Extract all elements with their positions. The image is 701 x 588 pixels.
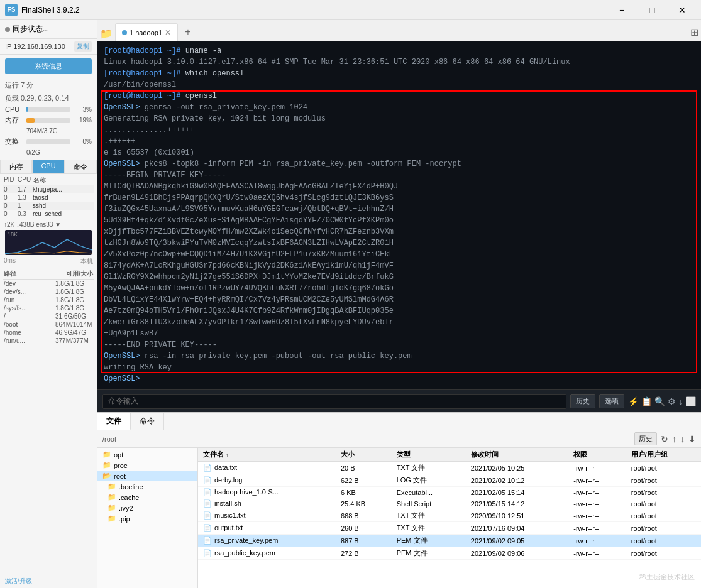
- file-name: 📄data.txt: [198, 462, 336, 474]
- tree-item-ivy2[interactable]: 📁 .ivy2: [97, 503, 197, 513]
- file-row[interactable]: 📄data.txt 20 B TXT 文件 2021/02/05 10:25 -…: [198, 462, 701, 474]
- history-btn[interactable]: 历史: [634, 432, 657, 445]
- file-modified: 2021/02/05 15:14: [466, 487, 568, 498]
- col-filename: 文件名 ↑: [198, 448, 336, 462]
- file-size: 20 B: [336, 462, 392, 474]
- file-row[interactable]: 📄output.txt 260 B TXT 文件 2021/07/16 09:0…: [198, 522, 701, 535]
- upload-icon[interactable]: ↑: [672, 434, 676, 444]
- file-row[interactable]: 📄hadoop-hive_1.0-S... 6 KB Executabl... …: [198, 487, 701, 498]
- tree-item-beeline[interactable]: 📁 .beeline: [97, 481, 197, 492]
- tab-close-button[interactable]: ✕: [165, 28, 171, 37]
- runtime-label: 运行 7 分: [0, 78, 97, 92]
- file-name: 📄derby.log: [198, 474, 336, 487]
- sysinfo-button[interactable]: 系统信息: [5, 58, 92, 74]
- file-row[interactable]: 📄rsa_private_key.pem 887 B PEM 文件 2021/0…: [198, 535, 701, 547]
- copy-button[interactable]: 复制: [74, 41, 92, 52]
- maximize-button[interactable]: □: [638, 1, 666, 19]
- term-line: OpenSSL> genrsa -out rsa_private_key.pem…: [104, 102, 695, 113]
- refresh-icon[interactable]: ↻: [661, 434, 668, 444]
- term-line: [root@hadoop1 ~]# which openssl: [104, 68, 695, 79]
- disk-row: /boot864M/1014M: [3, 320, 94, 329]
- file-name: 📄output.txt: [198, 522, 336, 535]
- cmd-bar: 历史 选项 ⚡ 📋 🔍 ⚙ ↓ ⬜: [97, 389, 701, 412]
- term-line: +UgA9p1LswB7: [104, 328, 695, 339]
- mem-value: 19%: [73, 117, 92, 124]
- tree-item-opt[interactable]: 📁 opt: [97, 449, 197, 460]
- tabbar: 📁 1 hadoop1 ✕ + ⊞: [97, 20, 701, 41]
- disk-row: /home46.9G/47G: [3, 329, 94, 337]
- tab-memory[interactable]: 内存: [0, 160, 32, 173]
- select-button[interactable]: 选项: [599, 394, 624, 408]
- cpu-label: CPU: [5, 106, 24, 113]
- search-icon[interactable]: 🔍: [654, 396, 665, 406]
- tab-cmd[interactable]: 命令: [131, 413, 164, 430]
- file-path: /root: [102, 435, 631, 443]
- download-icon[interactable]: ↓: [678, 396, 683, 406]
- folder-icon: 📁: [108, 493, 116, 501]
- activate-link[interactable]: 激活/升级: [0, 574, 97, 588]
- sidebar: 同步状态... IP 192.168.169.130 复制 系统信息 运行 7 …: [0, 20, 97, 588]
- term-line: M5yAwQJAA+pnkdYIow+n/oI1RPzwUY74UVQKhLuN…: [104, 283, 695, 294]
- file-type: TXT 文件: [392, 522, 466, 535]
- terminal[interactable]: [root@hadoop1 ~]# uname -a Linux hadoop1…: [97, 41, 701, 389]
- file-row[interactable]: 📄install.sh 25.4 KB Shell Script 2021/05…: [198, 498, 701, 509]
- tree-item-proc[interactable]: 📁 proc: [97, 460, 197, 471]
- save-icon[interactable]: ⬇: [688, 434, 696, 444]
- tab-add-button[interactable]: +: [180, 24, 196, 40]
- settings-icon[interactable]: ⚙: [668, 396, 676, 406]
- mem-detail: 704M/3.7G: [26, 128, 92, 134]
- tab-cpu[interactable]: CPU: [32, 160, 64, 173]
- file-owner: root/root: [626, 535, 701, 547]
- disk-row: /dev1.8G/1.8G: [3, 280, 94, 288]
- tab-toolbar-right: ⊞: [690, 26, 698, 41]
- file-owner: root/root: [626, 462, 701, 474]
- disk-row: /sys/fs...1.8G/1.8G: [3, 304, 94, 312]
- file-size: 260 B: [336, 522, 392, 535]
- file-name: 📄music1.txt: [198, 509, 336, 522]
- term-line: ZkweriGr88ITU3kzoDeAFX7yvOPIkr17SwfwwHOz…: [104, 317, 695, 328]
- app-title: FinalShell 3.9.2.2: [21, 6, 80, 14]
- tab-hadoop1[interactable]: 1 hadoop1 ✕: [115, 23, 178, 41]
- close-button[interactable]: ✕: [668, 1, 696, 19]
- grid-icon[interactable]: ⊞: [690, 26, 698, 38]
- file-row[interactable]: 📄derby.log 622 B LOG 文件 2021/02/02 10:12…: [198, 474, 701, 487]
- swap-bar-bg: [26, 139, 70, 144]
- tree-item-pip[interactable]: 📁 .pip: [97, 513, 197, 524]
- term-line: .++++++: [104, 136, 695, 147]
- tree-item-cache[interactable]: 📁 .cache: [97, 492, 197, 503]
- col-modified: 修改时间: [466, 448, 568, 462]
- file-type: TXT 文件: [392, 509, 466, 522]
- tab-command[interactable]: 命令: [65, 160, 97, 173]
- copy-icon[interactable]: 📋: [641, 396, 652, 406]
- swap-label: 交换: [5, 137, 24, 146]
- file-tabs: 文件 命令: [97, 413, 701, 430]
- file-tbody: 📄data.txt 20 B TXT 文件 2021/02/05 10:25 -…: [198, 462, 701, 560]
- highlighted-section: [root@hadoop1 ~]# openssl OpenSSL> genrs…: [104, 90, 695, 373]
- file-owner: root/root: [626, 498, 701, 509]
- file-row[interactable]: 📄music1.txt 668 B TXT 文件 2020/09/10 12:5…: [198, 509, 701, 522]
- tab-file[interactable]: 文件: [97, 413, 131, 430]
- sidebar-tabs: 内存 CPU 命令: [0, 160, 97, 174]
- folder-icon: 📁: [108, 514, 116, 523]
- net-values: 0ms 本机: [3, 256, 94, 266]
- file-row[interactable]: 📄rsa_public_key.pem 272 B PEM 文件 2021/09…: [198, 547, 701, 560]
- history-button[interactable]: 历史: [570, 394, 595, 408]
- file-name: 📄rsa_public_key.pem: [198, 547, 336, 560]
- process-table: PID CPU 名称 0 1.7 khugepa... 0 1.3 taosd …: [0, 174, 97, 219]
- tree-item-root[interactable]: 📂 root: [97, 471, 197, 481]
- file-owner: root/root: [626, 522, 701, 535]
- folder-open-icon: 📂: [102, 472, 111, 480]
- folder-icon-btn[interactable]: 📁: [100, 28, 115, 41]
- term-line: 8174ydAK+A7LoRKhguHGUSr7pd66cKBNijkVyd2D…: [104, 260, 695, 271]
- mem-stat: 内存 19%: [0, 114, 97, 126]
- minimize-button[interactable]: −: [608, 1, 636, 19]
- expand-icon[interactable]: ⬜: [685, 396, 696, 406]
- file-toolbar: /root 历史 ↻ ↑ ↓ ⬇: [97, 430, 701, 448]
- cmd-input[interactable]: [102, 394, 566, 409]
- term-line: OpenSSL> rsa -in rsa_private_key.pem -pu…: [104, 351, 695, 362]
- term-line: ..............++++++: [104, 124, 695, 136]
- term-line: OpenSSL> pkcs8 -topk8 -inform PEM -in rs…: [104, 158, 695, 170]
- download-icon[interactable]: ↓: [680, 434, 685, 444]
- lightning-icon[interactable]: ⚡: [628, 396, 639, 406]
- cpu-value: 3%: [73, 106, 92, 113]
